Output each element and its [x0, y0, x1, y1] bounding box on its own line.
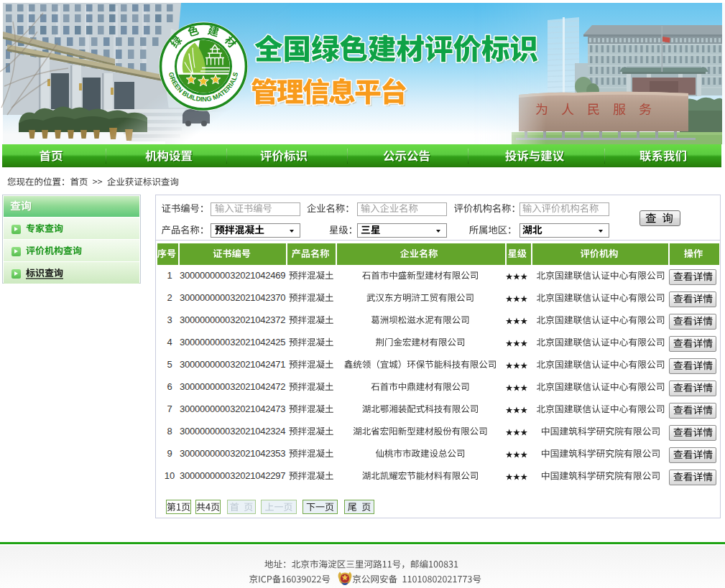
svg-text:2: 2: [167, 292, 172, 303]
svg-text:300000000032021042370: 300000000032021042370: [180, 292, 286, 303]
svg-text:4: 4: [167, 337, 172, 347]
svg-text:300000000032021042472: 300000000032021042472: [180, 381, 286, 392]
svg-text:300000000032021042425: 300000000032021042425: [180, 337, 286, 347]
svg-text:300000000032021042469: 300000000032021042469: [180, 270, 286, 281]
svg-text:300000000032021042473: 300000000032021042473: [180, 403, 286, 414]
svg-text:7: 7: [167, 403, 172, 414]
svg-text:10: 10: [165, 470, 175, 481]
svg-text:5: 5: [167, 359, 172, 370]
svg-text:300000000032021042353: 300000000032021042353: [180, 448, 286, 459]
svg-text:300000000032021042324: 300000000032021042324: [180, 426, 286, 437]
svg-text:6: 6: [167, 381, 172, 392]
svg-text:300000000032021042297: 300000000032021042297: [180, 470, 286, 481]
svg-text:300000000032021042372: 300000000032021042372: [180, 314, 286, 325]
svg-text:1: 1: [167, 270, 172, 281]
svg-text:3: 3: [167, 314, 172, 325]
svg-text:9: 9: [167, 448, 172, 459]
svg-text:300000000032021042471: 300000000032021042471: [180, 359, 286, 370]
svg-text:8: 8: [167, 426, 172, 437]
